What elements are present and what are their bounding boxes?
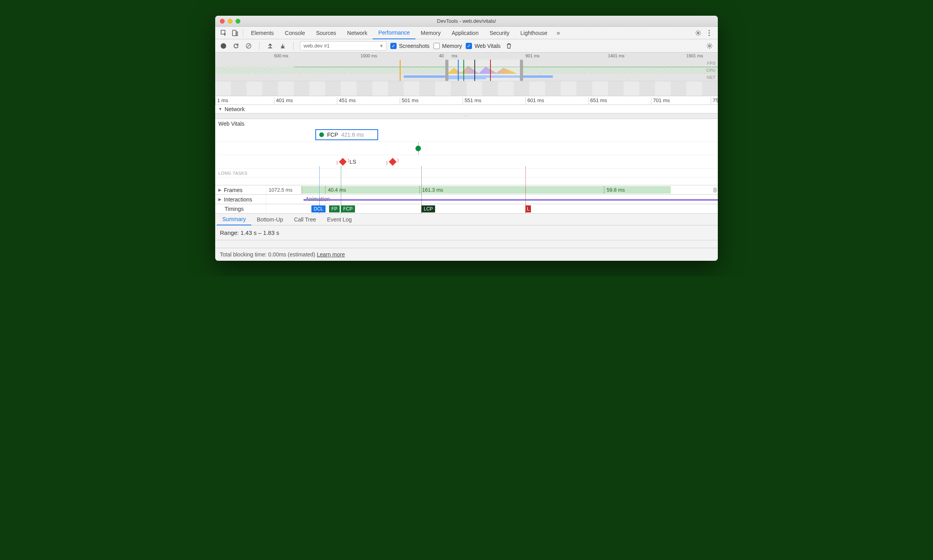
tab-lighthouse[interactable]: Lighthouse — [515, 27, 553, 39]
profile-select-value: web.dev #1 — [304, 43, 330, 49]
interactions-track: ▶ Interactions Animation — [215, 195, 718, 204]
interactions-toggle[interactable]: ▶ Interactions — [215, 195, 266, 204]
ls-label: LS — [349, 159, 356, 165]
download-profile-button[interactable] — [278, 42, 287, 50]
svg-point-5 — [709, 32, 710, 33]
timing-marker-fcp[interactable]: FCP — [341, 205, 355, 212]
tab-memory[interactable]: Memory — [415, 27, 446, 39]
tab-application[interactable]: Application — [446, 27, 484, 39]
devtools-window: DevTools - web.dev/vitals/ Elements Cons… — [215, 16, 718, 261]
details-tabs: Summary Bottom-Up Call Tree Event Log — [215, 214, 718, 225]
tab-console[interactable]: Console — [279, 27, 310, 39]
checkbox-icon — [434, 43, 440, 49]
memory-checkbox[interactable]: Memory — [434, 43, 462, 49]
tab-security[interactable]: Security — [484, 27, 515, 39]
screenshots-label: Screenshots — [399, 43, 430, 49]
svg-point-8 — [709, 45, 710, 46]
layout-shift-marker[interactable] — [389, 158, 397, 166]
frame-segment[interactable]: 1072.5 ms — [266, 186, 302, 194]
timings-track: Timings DCL FP FCP LCP L — [215, 204, 718, 214]
ruler-tick: 601 ms — [525, 97, 544, 105]
overview-tick: ms — [452, 53, 457, 58]
network-section-toggle[interactable]: ▼ Network — [215, 105, 718, 113]
overview-tick: 1401 ms — [608, 53, 624, 58]
network-label: Network — [225, 106, 245, 112]
svg-rect-1 — [232, 30, 236, 36]
animation-bar[interactable] — [304, 199, 718, 201]
overview-tick: 901 ms — [525, 53, 540, 58]
timing-marker-lcp[interactable]: LCP — [421, 205, 435, 212]
perf-toolbar: web.dev #1 ▾ Screenshots Memory Web Vita… — [215, 39, 718, 53]
main-tabs: Elements Console Sources Network Perform… — [215, 27, 718, 39]
overview-tick: 500 ms — [274, 53, 288, 58]
disclosure-triangle-icon: ▶ — [218, 197, 221, 201]
frames-toggle[interactable]: ▶ Frames — [215, 185, 266, 194]
svg-point-6 — [709, 35, 710, 36]
vital-marker[interactable] — [415, 146, 421, 151]
frames-track: ▶ Frames 1072.5 ms 40.4 ms 161.3 ms 59.8… — [215, 185, 718, 195]
tab-summary[interactable]: Summary — [217, 214, 251, 225]
tab-event-log[interactable]: Event Log — [322, 214, 357, 225]
tab-network[interactable]: Network — [342, 27, 373, 39]
more-tabs-icon[interactable]: » — [553, 27, 564, 38]
ruler-tick: 701 ms — [651, 97, 670, 105]
timing-marker-dcl[interactable]: DCL — [311, 205, 326, 212]
fcp-time: 421.8 ms — [341, 132, 364, 138]
clear-button[interactable] — [244, 42, 253, 50]
fcp-dot-icon — [319, 132, 324, 137]
disclosure-triangle-icon: ▶ — [218, 188, 221, 192]
tab-sources[interactable]: Sources — [311, 27, 342, 39]
scrollbar-thumb[interactable] — [713, 187, 717, 193]
layout-shift-marker[interactable] — [339, 158, 347, 166]
time-ruler[interactable]: 1 ms 401 ms 451 ms 501 ms 551 ms 601 ms … — [215, 96, 718, 105]
timing-marker-fp[interactable]: FP — [329, 205, 340, 212]
learn-more-link[interactable]: Learn more — [317, 251, 345, 258]
trash-icon[interactable] — [505, 42, 513, 50]
svg-point-3 — [697, 32, 699, 33]
kebab-menu-icon[interactable] — [704, 27, 715, 38]
webvitals-label: Web Vitals — [215, 119, 718, 128]
tab-elements[interactable]: Elements — [245, 27, 279, 39]
ruler-tick: 501 ms — [400, 97, 419, 105]
upload-profile-button[interactable] — [266, 42, 274, 50]
svg-point-4 — [709, 30, 710, 31]
checkbox-icon — [390, 43, 397, 49]
tab-bottom-up[interactable]: Bottom-Up — [251, 214, 289, 225]
blocking-time-text: Total blocking time: 0.00ms (estimated) — [220, 251, 315, 258]
overview-tick: 40 — [439, 53, 444, 58]
tab-performance[interactable]: Performance — [373, 27, 415, 39]
overview-handle-right[interactable] — [520, 60, 523, 81]
overview-filmstrip — [215, 81, 718, 96]
screenshots-checkbox[interactable]: Screenshots — [390, 43, 430, 49]
webvitals-section: Web Vitals FCP 421.8 ms LS LONG TASKS — [215, 119, 718, 185]
profile-select[interactable]: web.dev #1 ▾ — [300, 41, 386, 51]
divider — [243, 29, 243, 37]
frame-segment[interactable]: 59.8 ms — [604, 186, 671, 194]
ruler-tick: 651 ms — [588, 97, 607, 105]
settings-icon[interactable] — [693, 27, 704, 38]
record-button[interactable] — [219, 42, 228, 50]
resize-handle[interactable]: ··· — [215, 113, 718, 119]
ruler-tick: 401 ms — [274, 97, 293, 105]
timing-marker-l[interactable]: L — [525, 205, 531, 212]
tab-call-tree[interactable]: Call Tree — [289, 214, 322, 225]
fcp-marker[interactable]: FCP 421.8 ms — [315, 129, 378, 140]
webvitals-label: Web Vitals — [474, 43, 500, 49]
ruler-tick: 551 ms — [463, 97, 481, 105]
long-tasks-label: LONG TASKS — [215, 168, 718, 177]
ruler-tick: 1 ms — [215, 97, 228, 105]
chevron-down-icon: ▾ — [380, 43, 383, 49]
inspect-element-icon[interactable] — [218, 27, 229, 38]
perf-settings-icon[interactable] — [705, 42, 714, 50]
frame-segment[interactable]: 161.3 ms — [419, 186, 604, 194]
summary-range: Range: 1.43 s – 1.83 s — [220, 229, 713, 236]
device-toolbar-icon[interactable] — [229, 27, 240, 38]
reload-record-button[interactable] — [232, 42, 240, 50]
ruler-tick: 451 ms — [337, 97, 356, 105]
timings-label: Timings — [215, 204, 266, 213]
webvitals-checkbox[interactable]: Web Vitals — [466, 43, 500, 49]
overview-handle-left[interactable] — [445, 60, 448, 81]
frame-segment[interactable]: 40.4 ms — [325, 186, 419, 194]
frame-segment[interactable] — [302, 186, 325, 194]
overview-minimap[interactable]: 500 ms 1000 ms 40 ms 901 ms 1401 ms 1901… — [215, 53, 718, 96]
